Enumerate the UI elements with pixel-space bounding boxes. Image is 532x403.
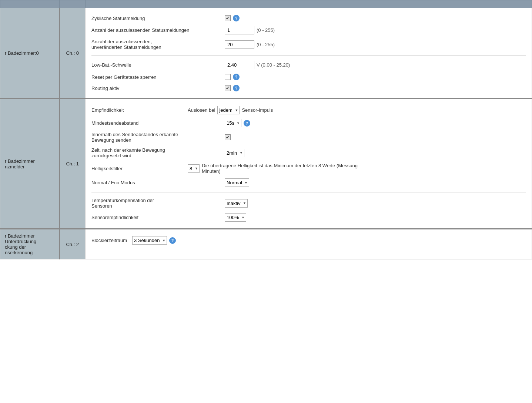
dropdown[interactable]: 3 Sekunden [132,236,167,245]
help-icon[interactable]: ? [169,237,176,244]
param-cell: Zyklische Statusmeldung✔?Anzahl der ausz… [86,8,532,99]
dropdown[interactable]: NormalEco [225,178,249,187]
field-value: (0 - 255) [225,26,275,34]
field-label: Temperaturkompensation derSensoren [91,198,225,209]
param-row: Reset per Gerätetaste sperren? [91,71,526,83]
dropdown[interactable]: 8 [188,164,200,173]
field-value: 8 Die übertragene Helligkeit ist das Min… [188,163,358,174]
field-value: ✔? [225,85,240,91]
field-label: Routing aktiv [91,85,225,91]
prefix-text: Auslosen bei [188,107,215,113]
field-label: Mindestsendeabstand [91,120,225,126]
field-label: Empfindlichkeit [91,107,188,113]
channel-label: Ch.: 0 [60,8,86,99]
select-wrapper: 2min [225,149,244,157]
section-divider [91,192,526,192]
field-label: Blockierzeitraum [91,238,127,243]
dropdown[interactable]: 100% [225,213,246,222]
device-name: r BadezimmerUnterdrückungckung dernserke… [0,229,60,259]
channel-header [60,0,86,8]
param-row: Helligkeitsfilter8 Die übertragene Helli… [91,161,526,176]
help-icon[interactable]: ? [233,85,240,91]
select-wrapper: Inaktiv [225,199,248,208]
suffix-text: Sensor-Impuls [242,107,273,113]
field-label: Anzahl der auszulassenden Statusmeldunge… [91,27,225,33]
field-label: Helligkeitsfilter [91,166,188,171]
checkbox-icon[interactable]: ✔ [225,85,231,91]
table-row: r BadezimmernzmelderCh.: 1Empfindlichkei… [0,99,532,229]
help-icon[interactable]: ? [233,15,240,21]
param-row: Mindestsendeabstand15s? [91,117,526,130]
text-input[interactable] [225,61,254,69]
param-row: Temperaturkompensation derSensorenInakti… [91,195,526,211]
field-label: Innerhalb des Sendeabstandes erkannteBew… [91,132,225,143]
help-icon[interactable]: ? [233,74,240,80]
field-value: Auslosen bei jedem Sensor-Impuls [188,106,273,114]
text-input[interactable] [225,26,254,34]
checkbox-icon[interactable]: ✔ [225,134,231,140]
field-label: Zyklische Statusmeldung [91,16,225,21]
field-value: 15s? [225,119,250,127]
field-value: Blockierzeitraum 3 Sekunden? [91,236,176,245]
select-wrapper: 100% [225,213,246,222]
checkbox-icon[interactable] [225,74,231,80]
param-row: Zyklische Statusmeldung✔? [91,13,526,24]
param-header [86,0,532,8]
param-row: Blockierzeitraum 3 Sekunden? [91,234,526,247]
name-header [0,0,60,8]
field-value: (0 - 255) [225,40,275,49]
dropdown[interactable]: Inaktiv [225,199,248,208]
param-row: Low-Bat.-SchwelleV (0.00 - 25.20) [91,58,526,71]
device-name: r Badezimmer:0 [0,8,60,99]
text-input[interactable] [225,40,254,49]
field-value: ✔? [225,15,240,21]
suffix-text: Die übertragene Helligkeit ist das Minim… [202,163,358,174]
select-wrapper: NormalEco [225,178,249,187]
param-row: EmpfindlichkeitAuslosen bei jedem Sensor… [91,104,526,117]
field-value: NormalEco [225,178,249,187]
unit-label: (0 - 255) [257,42,275,47]
param-row: Zeit, nach der erkannte Bewegungzurückge… [91,145,526,161]
select-wrapper: 8 [188,164,200,173]
param-row: Innerhalb des Sendeabstandes erkannteBew… [91,130,526,145]
device-name: r Badezimmernzmelder [0,99,60,229]
channel-label: Ch.: 1 [60,99,86,229]
dropdown[interactable]: jedem [217,106,240,114]
section-divider [91,55,526,56]
unit-label: (0 - 255) [257,27,275,33]
select-wrapper: 15s [225,119,241,127]
field-value: V (0.00 - 25.20) [225,61,290,69]
field-label: Low-Bat.-Schwelle [91,62,225,68]
field-label: Anzahl der auszulassenden,unveränderten … [91,39,225,50]
param-row: Normal / Eco ModusNormalEco [91,176,526,189]
select-wrapper: 3 Sekunden [132,236,167,245]
param-row: Anzahl der auszulassenden,unveränderten … [91,37,526,52]
checkbox-icon[interactable]: ✔ [225,15,231,21]
select-wrapper: jedem [217,106,240,114]
param-cell: Blockierzeitraum 3 Sekunden? [86,229,532,259]
field-label: Reset per Gerätetaste sperren [91,74,225,80]
table-row: r Badezimmer:0Ch.: 0Zyklische Statusmeld… [0,8,532,99]
param-row: Routing aktiv✔? [91,83,526,94]
field-value: ? [225,74,240,80]
channel-label: Ch.: 2 [60,229,86,259]
field-value: 100% [225,213,246,222]
field-value: 2min [225,149,244,157]
param-cell: EmpfindlichkeitAuslosen bei jedem Sensor… [86,99,532,229]
dropdown[interactable]: 2min [225,149,244,157]
field-value: Inaktiv [225,199,248,208]
param-row: Sensorempfindlichkeit100% [91,211,526,224]
table-row: r BadezimmerUnterdrückungckung dernserke… [0,229,532,259]
dropdown[interactable]: 15s [225,119,241,127]
field-label: Sensorempfindlichkeit [91,215,225,220]
field-label: Zeit, nach der erkannte Bewegungzurückge… [91,147,225,158]
field-label: Normal / Eco Modus [91,180,225,185]
param-row: Anzahl der auszulassenden Statusmeldunge… [91,24,526,37]
unit-label: V (0.00 - 25.20) [257,62,290,68]
help-icon[interactable]: ? [244,120,250,127]
